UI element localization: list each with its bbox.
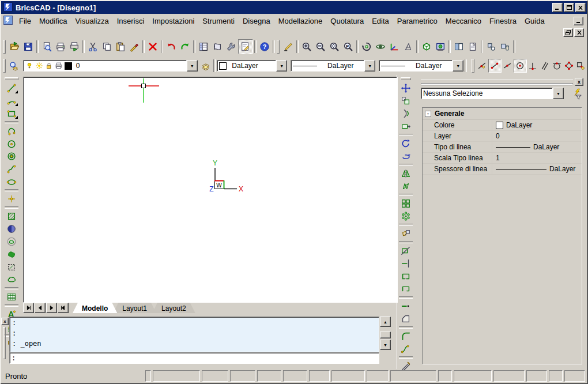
layer-combo[interactable]: 0▼ (23, 60, 198, 71)
hide-button[interactable] (401, 40, 415, 54)
new-layout-button[interactable] (466, 40, 480, 54)
paste-button[interactable] (114, 40, 127, 54)
tab-nav-next-button[interactable] (46, 303, 57, 313)
property-row[interactable]: Layer0 (423, 131, 582, 142)
collapse-icon[interactable]: - (425, 111, 431, 117)
offset-button[interactable] (398, 107, 413, 120)
break-button[interactable] (398, 300, 413, 313)
open-polyline-button[interactable] (398, 283, 413, 295)
revcloud-button[interactable] (4, 273, 19, 286)
hatch-button[interactable] (4, 210, 19, 223)
linetype-combo[interactable]: DaLayer▼ (291, 60, 375, 71)
property-value[interactable]: DaLayer (492, 120, 582, 130)
menu-strumenti[interactable]: Strumenti (198, 15, 239, 27)
property-value[interactable]: 1 (492, 153, 582, 163)
toolbar-grip[interactable] (401, 77, 411, 80)
donut-button[interactable] (4, 150, 19, 163)
zoom-extents-button[interactable] (327, 40, 341, 54)
ungroup-button[interactable] (498, 40, 512, 54)
snap-endpoint-button[interactable] (488, 59, 502, 73)
tab-nav-last-button[interactable] (58, 303, 69, 313)
bricscad-mdi-icon[interactable] (3, 16, 13, 27)
sheet-set-button[interactable] (210, 40, 224, 54)
settings-button[interactable] (224, 40, 238, 54)
tab-layout2[interactable]: Layout2 (152, 303, 195, 313)
cut-button[interactable] (86, 40, 100, 54)
viewports-button[interactable] (452, 40, 466, 54)
stretch-button[interactable] (398, 120, 413, 133)
chevron-down-icon[interactable]: ▼ (187, 60, 198, 71)
rectangle-button[interactable] (4, 107, 19, 120)
table-button[interactable] (4, 291, 19, 303)
title-bar[interactable]: BricsCAD - [Disegno1] (1, 1, 587, 14)
tab-layout1[interactable]: Layout1 (113, 303, 156, 313)
menu-quotatura[interactable]: Quotatura (326, 15, 368, 27)
mirror-button[interactable] (398, 167, 413, 180)
polyline-button[interactable] (4, 125, 19, 137)
zoom-previous-button[interactable]: P (341, 40, 355, 54)
undo-button[interactable] (164, 40, 178, 54)
panel-grip[interactable] (421, 80, 573, 84)
menu-finestra[interactable]: Finestra (485, 15, 521, 27)
menu-edita[interactable]: Edita (368, 15, 393, 27)
command-input[interactable] (10, 353, 382, 363)
menu-inserisci[interactable]: Inserisci (113, 15, 149, 27)
edit-drawing-button[interactable] (238, 39, 253, 54)
explode-button[interactable] (398, 227, 413, 240)
trim-button[interactable] (398, 244, 413, 257)
ucs-icon-button[interactable] (387, 40, 401, 54)
snap-perpendicular-button[interactable] (527, 59, 539, 72)
property-value[interactable]: DaLayer (492, 164, 582, 174)
menu-meccanico[interactable]: Meccanico (442, 15, 485, 27)
spline-button[interactable] (4, 163, 19, 175)
arc-button[interactable] (4, 95, 19, 107)
scroll-up-button[interactable]: ▲ (380, 317, 391, 327)
command-history[interactable]: ::: _open (9, 317, 379, 352)
layer-explorer-button[interactable] (7, 59, 21, 73)
lineweight-combo[interactable]: DaLayer▼ (379, 60, 463, 71)
snap-midpoint-button[interactable] (502, 59, 514, 72)
menu-modifica[interactable]: Modifica (35, 15, 71, 27)
layer-toolbar-grip[interactable] (3, 59, 6, 73)
render-button[interactable] (434, 40, 447, 54)
region-button[interactable] (4, 235, 19, 248)
toolbar-grip[interactable] (5, 77, 18, 80)
command-scrollbar[interactable]: ▲ ▼ (380, 317, 390, 350)
menu-modellazione[interactable]: Modellazione (274, 15, 327, 27)
move-button[interactable] (398, 82, 413, 95)
property-row[interactable]: Spessore di lineaDaLayer (423, 164, 582, 175)
solid-button[interactable] (4, 248, 19, 261)
close-button[interactable] (575, 3, 586, 12)
array-button[interactable] (398, 197, 413, 210)
panel-close-button[interactable]: x (575, 78, 583, 86)
property-row[interactable]: Tipo di lineaDaLayer (423, 142, 582, 153)
drawing-explorer-button[interactable] (197, 40, 210, 54)
blend-button[interactable] (398, 342, 413, 355)
mdi-close-button[interactable] (574, 28, 584, 37)
scroll-thumb[interactable] (380, 332, 391, 338)
chevron-down-icon[interactable]: ▼ (453, 60, 463, 71)
snap-insertion-button[interactable] (575, 59, 587, 72)
array-polar-button[interactable] (398, 210, 413, 223)
menu-visualizza[interactable]: Visualizza (71, 15, 112, 27)
copy-button[interactable] (100, 40, 114, 54)
extend-button[interactable] (398, 257, 413, 270)
point-button[interactable] (4, 193, 19, 205)
drawing-canvas[interactable]: Y W Z X (23, 77, 398, 303)
minimize-button[interactable] (552, 3, 563, 12)
rotate-3d-button[interactable] (398, 150, 413, 163)
maximize-button[interactable] (564, 3, 574, 12)
print-settings-button[interactable] (67, 40, 81, 54)
property-value[interactable]: 0 (492, 131, 582, 141)
zoom-in-button[interactable] (300, 40, 314, 54)
scroll-down-button[interactable]: ▼ (380, 340, 391, 350)
mdi-minimize-button[interactable] (574, 17, 583, 25)
snap-quadrant-button[interactable] (563, 59, 575, 72)
snap-nearest-button[interactable] (476, 59, 488, 72)
print-preview-button[interactable] (40, 40, 54, 54)
print-button[interactable] (54, 40, 67, 54)
boundary-button[interactable] (4, 261, 19, 273)
layer-states-button[interactable] (199, 59, 213, 73)
box-3d-button[interactable] (420, 40, 434, 54)
sketch-button[interactable] (281, 40, 295, 54)
